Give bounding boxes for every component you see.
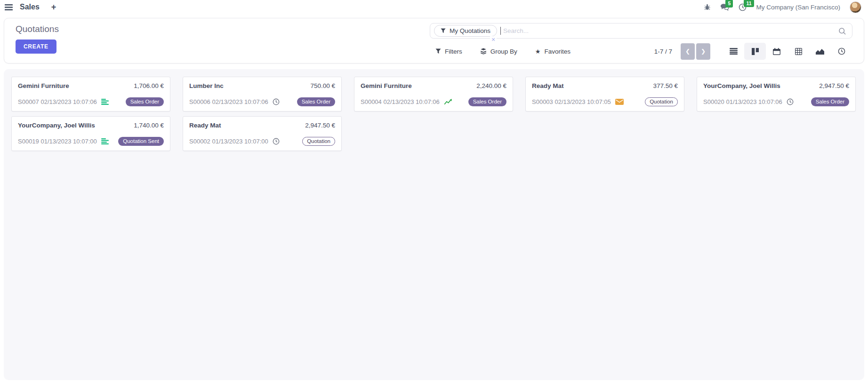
clock-icon[interactable] — [273, 98, 280, 105]
status-badge: Sales Order — [468, 97, 506, 107]
order-amount: 2,240.00 € — [476, 82, 506, 89]
card-bottom-row: S00020 01/13/2023 10:07:06 Sales Order — [703, 97, 849, 107]
customer-name: Ready Mat — [532, 82, 564, 89]
quotation-card[interactable]: Ready Mat 377.50 € S00003 02/13/2023 10:… — [525, 77, 684, 111]
view-activity-icon[interactable] — [831, 43, 852, 60]
order-reference: S00019 01/13/2023 10:07:00 — [18, 138, 97, 145]
order-amount: 2,947.50 € — [819, 82, 849, 89]
pager-range[interactable]: 1-7 / 7 — [654, 48, 672, 55]
customer-name: Gemini Furniture — [361, 82, 412, 89]
plus-icon[interactable]: + — [51, 2, 56, 12]
apps-menu-icon[interactable] — [5, 4, 13, 10]
card-top-row: YourCompany, Joel Willis 2,947.50 € — [703, 82, 849, 89]
view-kanban-icon[interactable] — [744, 43, 766, 60]
group-by-label: Group By — [490, 48, 517, 55]
card-top-row: Lumber Inc 750.00 € — [189, 82, 335, 89]
list-bars-icon[interactable] — [101, 99, 109, 105]
filters-label: Filters — [445, 48, 462, 55]
search-facet-my-quotations[interactable]: My Quotations — [434, 25, 497, 37]
status-badge: Quotation — [302, 137, 335, 146]
card-bottom-row: S00004 02/13/2023 10:07:06 Sales Order — [361, 97, 506, 107]
search-icon[interactable] — [838, 27, 846, 35]
view-calendar-icon[interactable] — [766, 43, 788, 60]
order-reference: S00006 02/13/2023 10:07:06 — [189, 98, 268, 105]
clock-icon[interactable] — [787, 98, 794, 105]
filter-funnel-icon — [435, 48, 441, 54]
group-by-button[interactable]: Group By — [480, 48, 517, 55]
control-panel-right: My Quotations × Filters Group By — [430, 23, 852, 57]
quotation-card[interactable]: Gemini Furniture 2,240.00 € S00004 02/13… — [354, 77, 513, 111]
card-bottom-row: S00006 02/13/2023 10:07:06 Sales Order — [189, 97, 335, 107]
controls-row: Filters Group By ★ Favorites 1-7 / 7 ❮ ❯ — [430, 43, 852, 60]
pager-next-button[interactable]: ❯ — [696, 43, 710, 60]
filters-button[interactable]: Filters — [435, 48, 462, 55]
debug-bug-icon[interactable] — [704, 3, 711, 11]
customer-name: YourCompany, Joel Willis — [703, 82, 780, 89]
envelope-icon[interactable] — [615, 99, 624, 105]
navbar: Sales + 5 11 My Company (San Francisco) — [0, 0, 868, 14]
navbar-right: 5 11 My Company (San Francisco) — [704, 1, 861, 13]
order-reference: S00004 02/13/2023 10:07:06 — [361, 98, 440, 105]
activities-count-badge: 11 — [744, 0, 754, 7]
view-switcher — [723, 43, 852, 60]
status-badge: Quotation — [645, 97, 678, 107]
quotation-card[interactable]: Ready Mat 2,947.50 € S00002 01/13/2023 1… — [183, 116, 342, 151]
order-amount: 1,706.00 € — [134, 82, 164, 89]
navbar-left: Sales + — [5, 2, 56, 12]
search-facet-label: My Quotations — [450, 27, 490, 34]
customer-name: YourCompany, Joel Willis — [18, 122, 95, 129]
customer-name: Lumber Inc — [189, 82, 224, 89]
messages-icon[interactable]: 5 — [720, 3, 729, 11]
facet-remove-icon[interactable]: × — [490, 36, 497, 43]
card-top-row: Gemini Furniture 1,706.00 € — [18, 82, 164, 89]
messages-count-badge: 5 — [725, 0, 733, 8]
favorites-label: Favorites — [544, 48, 571, 55]
quotation-card[interactable]: YourCompany, Joel Willis 1,740.00 € S000… — [11, 116, 170, 151]
card-bottom-row: S00002 01/13/2023 10:07:00 Quotation — [189, 137, 335, 146]
quotation-card[interactable]: Lumber Inc 750.00 € S00006 02/13/2023 10… — [183, 77, 342, 111]
filter-funnel-icon — [441, 28, 446, 33]
control-panel: Quotations CREATE My Quotations × Fil — [4, 18, 864, 64]
pager: 1-7 / 7 ❮ ❯ — [654, 43, 710, 60]
list-bars-icon[interactable] — [101, 138, 109, 144]
order-reference: S00002 01/13/2023 10:07:00 — [189, 138, 268, 145]
pager-previous-button[interactable]: ❮ — [681, 43, 695, 60]
card-top-row: Ready Mat 377.50 € — [532, 82, 678, 89]
customer-name: Ready Mat — [189, 122, 221, 129]
activities-clock-icon[interactable]: 11 — [739, 3, 747, 11]
order-reference: S00003 02/13/2023 10:07:05 — [532, 98, 611, 105]
card-bottom-row: S00019 01/13/2023 10:07:00 Quotation Sen… — [18, 137, 164, 146]
star-icon: ★ — [535, 48, 541, 55]
status-badge: Sales Order — [126, 97, 164, 107]
quotation-card[interactable]: Gemini Furniture 1,706.00 € S00007 02/13… — [11, 77, 170, 111]
customer-name: Gemini Furniture — [18, 82, 69, 89]
order-amount: 2,947.50 € — [305, 122, 335, 129]
order-reference: S00007 02/13/2023 10:07:06 — [18, 98, 97, 105]
card-top-row: Gemini Furniture 2,240.00 € — [361, 82, 506, 89]
view-pivot-icon[interactable] — [788, 43, 809, 60]
app-name[interactable]: Sales — [20, 3, 40, 11]
card-top-row: Ready Mat 2,947.50 € — [189, 122, 335, 129]
card-top-row: YourCompany, Joel Willis 1,740.00 € — [18, 122, 164, 129]
page-title: Quotations — [16, 24, 59, 34]
favorites-button[interactable]: ★ Favorites — [535, 48, 571, 55]
view-graph-icon[interactable] — [809, 43, 831, 60]
card-bottom-row: S00003 02/13/2023 10:07:05 Quotation — [532, 97, 678, 107]
clock-icon[interactable] — [273, 138, 280, 145]
user-avatar[interactable] — [850, 1, 861, 13]
control-panel-left: Quotations CREATE — [16, 23, 59, 57]
company-switcher[interactable]: My Company (San Francisco) — [756, 4, 840, 11]
card-bottom-row: S00007 02/13/2023 10:07:06 Sales Order — [18, 97, 164, 107]
order-reference: S00020 01/13/2023 10:07:06 — [703, 98, 782, 105]
status-badge: Quotation Sent — [118, 137, 164, 146]
status-badge: Sales Order — [297, 97, 335, 107]
kanban-view: Gemini Furniture 1,706.00 € S00007 02/13… — [4, 69, 864, 380]
search-input[interactable] — [502, 27, 834, 35]
quotation-card[interactable]: YourCompany, Joel Willis 2,947.50 € S000… — [697, 77, 856, 111]
layers-icon — [480, 48, 487, 55]
view-list-icon[interactable] — [723, 43, 744, 60]
create-button[interactable]: CREATE — [16, 40, 56, 54]
chart-line-icon[interactable] — [444, 98, 452, 105]
kanban-records: Gemini Furniture 1,706.00 € S00007 02/13… — [11, 77, 857, 151]
status-badge: Sales Order — [811, 97, 849, 107]
